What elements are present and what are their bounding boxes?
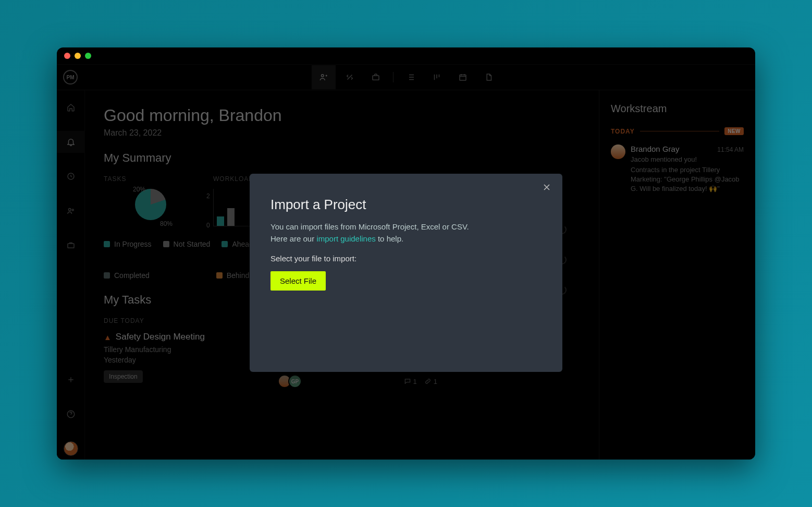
close-icon <box>542 182 552 192</box>
window-close-dot[interactable] <box>64 53 70 59</box>
import-project-modal: Import a Project You can import files fr… <box>250 174 562 372</box>
window-minimize-dot[interactable] <box>75 53 81 59</box>
modal-body: You can import files from Microsoft Proj… <box>270 221 542 245</box>
modal-prompt: Select your file to import: <box>270 254 542 263</box>
modal-close-button[interactable] <box>542 182 552 192</box>
window-zoom-dot[interactable] <box>85 53 91 59</box>
modal-overlay[interactable]: Import a Project You can import files fr… <box>57 64 755 460</box>
select-file-button[interactable]: Select File <box>270 271 326 291</box>
import-guidelines-link[interactable]: import guidelines <box>316 234 375 243</box>
modal-title: Import a Project <box>270 197 542 213</box>
app-window: PM <box>57 47 755 460</box>
window-titlebar <box>57 47 755 64</box>
